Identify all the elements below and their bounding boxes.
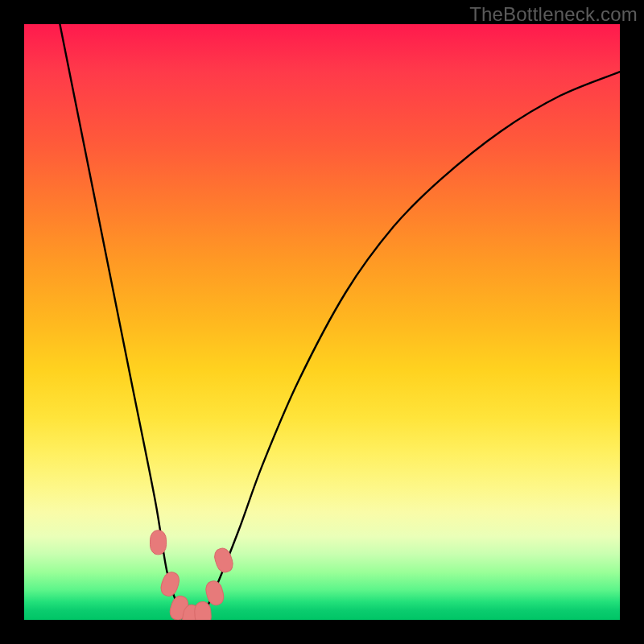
highlight-marker: [151, 530, 167, 555]
bottleneck-curve: [60, 24, 620, 620]
highlight-marker: [159, 570, 181, 598]
chart-frame: TheBottleneck.com: [0, 0, 644, 644]
plot-area: [24, 24, 620, 620]
highlighted-points-group: [151, 530, 236, 620]
bottleneck-curve-svg: [24, 24, 620, 620]
highlight-marker: [204, 580, 225, 607]
attribution-watermark: TheBottleneck.com: [469, 3, 638, 26]
